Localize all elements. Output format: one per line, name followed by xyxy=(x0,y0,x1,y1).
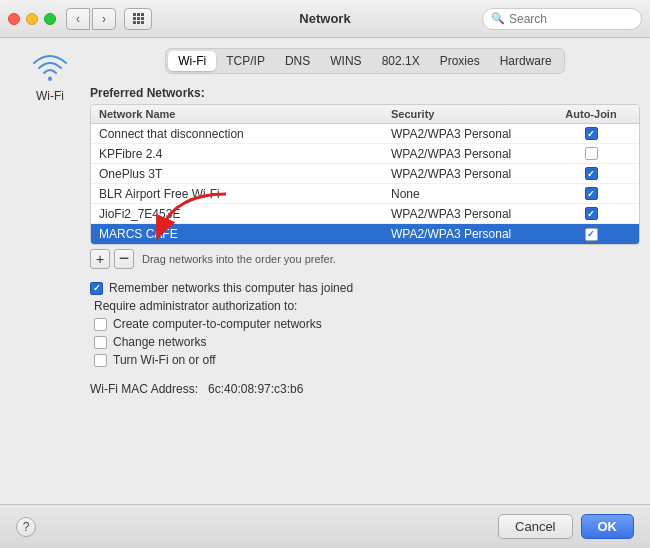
autojoin-checkbox[interactable] xyxy=(585,228,598,241)
help-button[interactable]: ? xyxy=(16,517,36,537)
network-autojoin xyxy=(551,167,631,180)
turn-wifi-label: Turn Wi-Fi on or off xyxy=(113,353,216,367)
autojoin-checkbox[interactable] xyxy=(585,147,598,160)
tab-dns[interactable]: DNS xyxy=(275,51,320,71)
admin-options: Create computer-to-computer networks Cha… xyxy=(94,317,640,367)
remember-networks-checkbox[interactable] xyxy=(90,282,103,295)
create-networks-label: Create computer-to-computer networks xyxy=(113,317,322,331)
remember-networks-row: Remember networks this computer has join… xyxy=(90,281,640,295)
col-autojoin: Auto-Join xyxy=(551,108,631,120)
sidebar-label: Wi-Fi xyxy=(36,89,64,103)
options-section: Remember networks this computer has join… xyxy=(90,281,640,371)
table-header: Network Name Security Auto-Join xyxy=(91,105,639,124)
table-row[interactable]: OnePlus 3T WPA2/WPA3 Personal xyxy=(91,164,639,184)
wifi-icon-area: Wi-Fi xyxy=(30,53,70,103)
network-autojoin xyxy=(551,207,631,220)
network-name: MARCS CAFE xyxy=(99,227,391,241)
network-security: WPA2/WPA3 Personal xyxy=(391,227,551,241)
network-security: WPA2/WPA3 Personal xyxy=(391,167,551,181)
nav-buttons: ‹ › xyxy=(66,8,116,30)
drag-hint: Drag networks into the order you prefer. xyxy=(142,253,336,265)
change-networks-label: Change networks xyxy=(113,335,206,349)
sidebar: Wi-Fi xyxy=(10,48,90,494)
close-button[interactable] xyxy=(8,13,20,25)
turn-wifi-checkbox[interactable] xyxy=(94,354,107,367)
change-networks-row: Change networks xyxy=(94,335,640,349)
create-networks-row: Create computer-to-computer networks xyxy=(94,317,640,331)
table-row[interactable]: Connect that disconnection WPA2/WPA3 Per… xyxy=(91,124,639,144)
network-autojoin xyxy=(551,228,631,241)
window-title: Network xyxy=(299,11,350,26)
table-footer: + − Drag networks into the order you pre… xyxy=(90,245,640,273)
col-name: Network Name xyxy=(99,108,391,120)
traffic-lights xyxy=(8,13,56,25)
search-input[interactable] xyxy=(509,12,633,26)
table-row[interactable]: BLR Airport Free Wi-Fi None xyxy=(91,184,639,204)
network-security: WPA2/WPA3 Personal xyxy=(391,127,551,141)
preferred-networks-label: Preferred Networks: xyxy=(90,86,640,100)
create-networks-checkbox[interactable] xyxy=(94,318,107,331)
minimize-button[interactable] xyxy=(26,13,38,25)
right-panel: Wi-Fi TCP/IP DNS WINS 802.1X Proxies Har… xyxy=(90,48,640,494)
network-name: Connect that disconnection xyxy=(99,127,391,141)
tab-8021x[interactable]: 802.1X xyxy=(372,51,430,71)
grid-button[interactable] xyxy=(124,8,152,30)
network-security: None xyxy=(391,187,551,201)
tab-wins[interactable]: WINS xyxy=(320,51,371,71)
mac-address-label: Wi-Fi MAC Address: xyxy=(90,382,198,396)
bottom-buttons: Cancel OK xyxy=(498,514,634,539)
tab-bar: Wi-Fi TCP/IP DNS WINS 802.1X Proxies Har… xyxy=(165,48,564,74)
table-row[interactable]: JioFi2_7E453E WPA2/WPA3 Personal xyxy=(91,204,639,224)
network-table: Network Name Security Auto-Join Connect … xyxy=(90,104,640,245)
tab-proxies[interactable]: Proxies xyxy=(430,51,490,71)
network-name: OnePlus 3T xyxy=(99,167,391,181)
titlebar: ‹ › Network 🔍 xyxy=(0,0,650,38)
network-security: WPA2/WPA3 Personal xyxy=(391,147,551,161)
tab-hardware[interactable]: Hardware xyxy=(490,51,562,71)
cancel-button[interactable]: Cancel xyxy=(498,514,572,539)
maximize-button[interactable] xyxy=(44,13,56,25)
autojoin-checkbox[interactable] xyxy=(585,127,598,140)
wifi-icon xyxy=(30,53,70,85)
forward-button[interactable]: › xyxy=(92,8,116,30)
network-name: BLR Airport Free Wi-Fi xyxy=(99,187,391,201)
tab-tcpip[interactable]: TCP/IP xyxy=(216,51,275,71)
autojoin-checkbox[interactable] xyxy=(585,207,598,220)
network-security: WPA2/WPA3 Personal xyxy=(391,207,551,221)
remember-networks-label: Remember networks this computer has join… xyxy=(109,281,353,295)
tab-wifi[interactable]: Wi-Fi xyxy=(168,51,216,71)
search-bar[interactable]: 🔍 xyxy=(482,8,642,30)
autojoin-checkbox[interactable] xyxy=(585,187,598,200)
autojoin-checkbox[interactable] xyxy=(585,167,598,180)
table-body: Connect that disconnection WPA2/WPA3 Per… xyxy=(91,124,639,244)
network-name: JioFi2_7E453E xyxy=(99,207,391,221)
turn-wifi-row: Turn Wi-Fi on or off xyxy=(94,353,640,367)
mac-address-text: Wi-Fi MAC Address: 6c:40:08:97:c3:b6 xyxy=(90,382,303,396)
bottom-bar: ? Cancel OK xyxy=(0,504,650,548)
table-row[interactable]: KPFibre 2.4 WPA2/WPA3 Personal xyxy=(91,144,639,164)
add-network-button[interactable]: + xyxy=(90,249,110,269)
search-icon: 🔍 xyxy=(491,12,505,25)
svg-point-0 xyxy=(48,77,52,81)
network-autojoin xyxy=(551,187,631,200)
change-networks-checkbox[interactable] xyxy=(94,336,107,349)
back-button[interactable]: ‹ xyxy=(66,8,90,30)
grid-icon xyxy=(133,13,144,24)
network-autojoin xyxy=(551,127,631,140)
network-autojoin xyxy=(551,147,631,160)
remove-network-button[interactable]: − xyxy=(114,249,134,269)
network-name: KPFibre 2.4 xyxy=(99,147,391,161)
mac-address-row: Wi-Fi MAC Address: 6c:40:08:97:c3:b6 xyxy=(90,381,640,396)
main-content: Wi-Fi Wi-Fi TCP/IP DNS WINS 802.1X Proxi… xyxy=(0,38,650,504)
tabs-container: Wi-Fi TCP/IP DNS WINS 802.1X Proxies Har… xyxy=(90,48,640,74)
ok-button[interactable]: OK xyxy=(581,514,635,539)
require-admin-label: Require administrator authorization to: xyxy=(94,299,640,313)
col-security: Security xyxy=(391,108,551,120)
mac-address-value: 6c:40:08:97:c3:b6 xyxy=(208,382,303,396)
table-row-selected[interactable]: MARCS CAFE WPA2/WPA3 Personal xyxy=(91,224,639,244)
